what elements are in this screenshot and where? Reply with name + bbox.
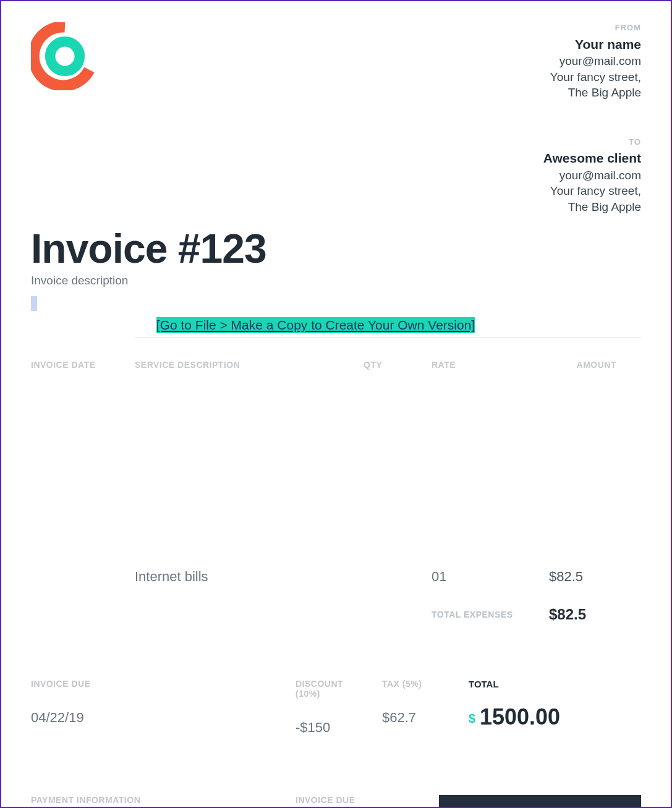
table-header: INVOICE DATE SERVICE DESCRIPTION QTY RAT…: [31, 360, 641, 370]
text-cursor: [31, 296, 37, 311]
from-name: Your name: [543, 36, 641, 53]
col-invoice-date: INVOICE DATE: [31, 360, 135, 370]
invoice-due-label: INVOICE DUE: [31, 679, 266, 689]
total-amount: 1500.00: [480, 704, 560, 729]
total-value: $1500.00: [469, 704, 641, 730]
from-email: your@mail.com: [543, 53, 641, 69]
line-qty[interactable]: 01: [432, 569, 518, 585]
invoice-description[interactable]: Invoice description: [31, 274, 266, 287]
to-street: Your fancy street,: [543, 183, 641, 199]
line-item-row: Internet bills 01 $82.5: [31, 569, 641, 585]
to-city: The Big Apple: [543, 199, 641, 215]
to-label: TO: [543, 137, 641, 148]
line-amount[interactable]: $82.5: [518, 569, 641, 585]
total-label: TOTAL: [469, 679, 641, 689]
from-address-block: FROM Your name your@mail.com Your fancy …: [543, 22, 641, 101]
copy-instruction-link[interactable]: [Go to File > Make a Copy to Create Your…: [156, 317, 475, 333]
to-address-block: TO Awesome client your@mail.com Your fan…: [543, 137, 641, 215]
from-label: FROM: [543, 22, 641, 33]
discount-label: DISCOUNT (10%): [296, 679, 352, 699]
invoice-due-label-2: INVOICE DUE: [296, 795, 427, 805]
from-street: Your fancy street,: [543, 69, 641, 85]
svg-point-0: [50, 41, 80, 71]
line-service[interactable]: Internet bills: [135, 569, 364, 585]
divider: [135, 337, 641, 338]
discount-value[interactable]: -$150: [296, 720, 352, 736]
invoice-due-value[interactable]: 04/22/19: [31, 710, 266, 726]
tax-label: TAX (5%): [382, 679, 439, 689]
pay-invoice-button[interactable]: PAY INVOICE ONLINE: [439, 795, 641, 808]
col-service: SERVICE DESCRIPTION: [135, 360, 364, 370]
from-city: The Big Apple: [543, 85, 641, 101]
logo: [31, 22, 99, 90]
col-qty: QTY: [364, 360, 432, 370]
invoice-title[interactable]: Invoice #123: [31, 228, 266, 270]
total-expenses-value: $82.5: [518, 606, 641, 623]
col-amount: AMOUNT: [518, 360, 641, 370]
total-expenses-label: TOTAL EXPENSES: [432, 610, 518, 619]
total-expenses-row: TOTAL EXPENSES $82.5: [31, 606, 641, 623]
tax-value[interactable]: $62.7: [382, 710, 439, 726]
summary-row: INVOICE DUE 04/22/19 DISCOUNT (10%) -$15…: [31, 679, 641, 736]
payment-info-label: PAYMENT INFORMATION: [31, 795, 266, 805]
col-rate: RATE: [432, 360, 518, 370]
to-name: Awesome client: [543, 150, 641, 167]
total-currency-symbol: $: [469, 712, 475, 726]
to-email: your@mail.com: [543, 168, 641, 184]
